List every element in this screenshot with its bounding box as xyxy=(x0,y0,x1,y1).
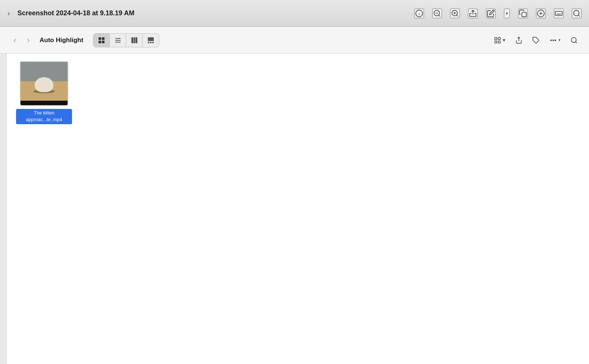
list-view-button[interactable] xyxy=(110,34,126,47)
zoom-in-icon[interactable] xyxy=(450,9,460,18)
svg-rect-14 xyxy=(555,11,562,15)
zoom-out-icon[interactable] xyxy=(432,9,442,18)
svg-line-4 xyxy=(439,15,440,16)
chevron-left-icon xyxy=(13,35,16,45)
gallery-view-button[interactable] xyxy=(143,34,159,47)
toolbar-title: Auto Highlight xyxy=(40,37,83,44)
svg-rect-35 xyxy=(152,42,154,43)
main-content: The kitten approac...te..mp4 xyxy=(0,54,589,364)
more-icon xyxy=(549,37,557,44)
titlebar: › Screenshot 2024-04-18 at 9.18.19 AM xyxy=(0,0,589,27)
svg-rect-34 xyxy=(150,42,152,43)
svg-point-44 xyxy=(555,40,556,41)
list-view-icon xyxy=(115,37,121,44)
svg-rect-39 xyxy=(498,41,501,43)
svg-rect-25 xyxy=(102,41,105,43)
group-button[interactable]: ▾ xyxy=(492,35,508,46)
edit-icon[interactable] xyxy=(486,9,496,18)
file-label-line2: approac...te..mp4 xyxy=(18,117,70,123)
tag-icon xyxy=(532,37,540,44)
svg-rect-30 xyxy=(134,37,135,43)
titlebar-title: Screenshot 2024-04-18 at 9.18.19 AM xyxy=(18,9,414,17)
view-switcher xyxy=(93,33,159,47)
toolbar-nav xyxy=(9,34,34,46)
svg-line-21 xyxy=(578,15,580,16)
titlebar-icons: ▾ xyxy=(414,9,582,18)
chevron-right-icon xyxy=(27,35,29,45)
svg-rect-32 xyxy=(148,37,154,41)
annotate-icon[interactable] xyxy=(536,9,546,18)
info-icon[interactable] xyxy=(414,9,424,18)
svg-point-42 xyxy=(551,40,552,41)
svg-point-45 xyxy=(571,37,576,42)
svg-rect-33 xyxy=(148,42,149,43)
toolbar-right: ▾ ▾ xyxy=(492,35,580,46)
sidebar-strip xyxy=(0,54,7,364)
columns-view-icon xyxy=(131,37,138,44)
more-button[interactable]: ▾ xyxy=(547,35,563,46)
tag-button[interactable] xyxy=(530,35,542,46)
titlebar-share-icon[interactable] xyxy=(468,9,478,18)
group-icon xyxy=(494,37,501,44)
svg-point-20 xyxy=(574,10,579,16)
file-label: The kitten approac...te..mp4 xyxy=(16,109,72,124)
titlebar-chevron[interactable]: › xyxy=(7,9,10,18)
svg-line-7 xyxy=(456,15,458,16)
video-thumbnail-preview xyxy=(21,62,68,105)
svg-rect-29 xyxy=(131,37,133,43)
file-thumbnail xyxy=(20,61,68,106)
toolbar: Auto Highlight xyxy=(0,27,589,54)
edit-dropdown-icon[interactable]: ▾ xyxy=(504,9,510,18)
columns-view-button[interactable] xyxy=(126,34,143,47)
svg-point-43 xyxy=(553,40,554,41)
file-item[interactable]: The kitten approac...te..mp4 xyxy=(14,61,74,124)
svg-rect-22 xyxy=(99,37,101,40)
gallery-view-icon xyxy=(147,37,154,44)
svg-line-46 xyxy=(576,41,577,43)
svg-rect-24 xyxy=(99,41,101,43)
more-dropdown-icon: ▾ xyxy=(558,38,561,43)
grid-view-button[interactable] xyxy=(93,34,110,47)
back-button[interactable] xyxy=(9,34,21,46)
svg-rect-37 xyxy=(498,37,501,40)
search-button[interactable] xyxy=(568,35,580,46)
svg-rect-10 xyxy=(522,12,526,17)
titlebar-search-icon[interactable] xyxy=(572,9,582,18)
keyboard-icon[interactable] xyxy=(554,9,564,18)
svg-rect-31 xyxy=(135,37,137,43)
forward-button[interactable] xyxy=(22,34,34,46)
share-icon xyxy=(515,37,523,44)
svg-rect-38 xyxy=(495,41,497,43)
svg-rect-36 xyxy=(495,37,497,40)
file-area: The kitten approac...te..mp4 xyxy=(7,54,589,364)
file-label-line1: The kitten xyxy=(18,110,70,117)
search-icon xyxy=(570,37,578,44)
svg-rect-23 xyxy=(102,37,105,40)
group-label: ▾ xyxy=(503,37,505,43)
copy-icon[interactable] xyxy=(518,9,528,18)
share-button[interactable] xyxy=(513,35,525,46)
grid-view-icon xyxy=(98,37,105,44)
